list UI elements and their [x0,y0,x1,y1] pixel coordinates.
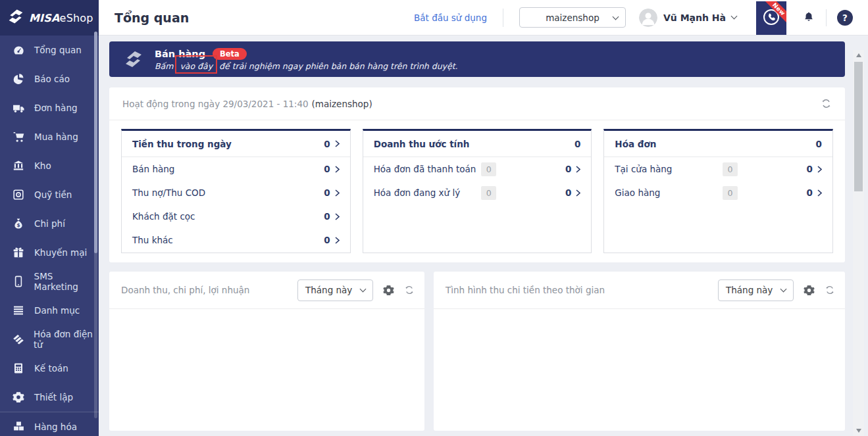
scroll-down-arrow[interactable] [853,425,864,436]
sidebar-item-thiet-lap[interactable]: Thiết lập [0,383,99,412]
topbar: Tổng quan Bắt đầu sử dụng maizenshop Vũ … [99,0,868,36]
date-range-select[interactable]: Tháng này [718,279,794,301]
misa-s-icon [7,8,24,28]
phone-icon [12,276,25,287]
content: Bán hàng Beta Bấm vào đây để trải nghiệm… [99,36,868,436]
app-logo-text: MISAeShop [29,12,93,24]
card-value: 0 [324,139,339,149]
vertical-scrollbar[interactable] [853,50,864,436]
count-badge: 0 [723,162,738,176]
sidebar-item-ke-toan[interactable]: Kế toán [0,354,99,383]
sidebar-item-khuyen-mai[interactable]: Khuyến mại [0,238,99,267]
sidebar-item-label: Khuyến mại [34,247,87,258]
sidebar-item-mua-hang[interactable]: Mua hàng [0,122,99,151]
date-range-select[interactable]: Tháng này [297,279,373,301]
sidebar-item-label: Báo cáo [34,74,70,84]
sidebar-item-kho[interactable]: Kho [0,151,99,180]
chevron-right-icon [335,166,340,173]
refresh-icon[interactable] [825,285,835,295]
list-icon [12,304,25,316]
card-hoa-don: Hóa đơn 0 Tại cửa hàng 0 0 Giao hàng 0 0 [603,129,833,253]
card-header[interactable]: Tiền thu trong ngày 0 [122,131,350,157]
scrollbar-thumb[interactable] [854,62,863,191]
row-value: 0 [807,187,822,198]
card-value: 0 [816,139,822,149]
sidebar-item-quy-tien[interactable]: Quỹ tiền [0,180,99,209]
revenue-cost-profit-panel: Doanh thu, chi phí, lợi nhuận Tháng này [109,272,424,431]
sidebar-item-danh-muc[interactable]: Danh mục [0,296,99,325]
user-name[interactable]: Vũ Mạnh Hà [663,12,726,23]
banner-message-suffix: để trải nghiệm ngay phiên bản bán hàng t… [217,61,458,71]
card-header: Hóa đơn 0 [604,131,832,157]
e-invoice-icon [12,333,24,346]
misa-s-icon [124,49,143,69]
sidebar-item-chi-phi[interactable]: $ Chi phí [0,209,99,238]
banner-click-here-link[interactable]: vào đây [175,55,217,74]
scroll-up-arrow[interactable] [853,50,864,61]
sidebar-item-hang-hoa[interactable]: Hàng hóa [0,412,99,436]
panel-controls: Tháng này [297,279,415,301]
sidebar-item-tong-quan[interactable]: Tổng quan [0,36,99,64]
chevron-right-icon [817,166,822,173]
avatar[interactable] [639,9,657,27]
dashboard-icon [12,44,25,57]
panel-header: Doanh thu, chi phí, lợi nhuận Tháng này [109,272,424,309]
chevron-down-icon[interactable] [731,13,738,20]
card-doanh-thu-uoc-tinh: Doanh thu ước tính 0 Hóa đơn đã thanh to… [363,129,592,253]
gear-icon[interactable] [804,285,815,296]
row-label: Thu nợ/Thu COD [132,187,324,198]
panel-header: Tình hình thu chi tiền theo thời gian Th… [434,272,845,309]
card-row[interactable]: Khách đặt cọc 0 [122,205,350,228]
sidebar-item-don-hang[interactable]: Đơn hàng [0,93,99,122]
activity-header: Hoạt động trong ngày 29/03/2021 - 11:40 … [109,87,845,120]
support-phone-button[interactable]: New [756,1,786,35]
svg-text:$: $ [16,222,20,228]
refresh-icon[interactable] [404,285,415,295]
shop-select[interactable]: maizenshop [519,7,626,28]
panel-controls: Tháng này [718,279,835,301]
main-area: Tổng quan Bắt đầu sử dụng maizenshop Vũ … [99,0,868,436]
notifications-bell-icon[interactable] [802,11,815,24]
sidebar-item-label: Chi phí [34,218,65,229]
activity-heading-shop: (maizenshop) [312,99,372,109]
sidebar-item-label: SMS Marketing [34,271,99,292]
shop-select-value: maizenshop [546,12,600,23]
sidebar-scrollbar-thumb[interactable] [94,32,97,253]
banner-text: Bán hàng Beta Bấm vào đây để trải nghiệm… [155,48,458,71]
card-row[interactable]: Hóa đơn đã thanh toán 0 0 [363,157,592,181]
date-range-value: Tháng này [305,285,352,295]
sidebar-item-bao-cao[interactable]: Báo cáo [0,64,99,93]
card-tien-thu-trong-ngay: Tiền thu trong ngày 0 Bán hàng 0 Thu nợ/… [121,129,351,253]
row-value: 0 [324,211,339,222]
chevron-right-icon [335,189,340,197]
sidebar-item-label: Danh mục [34,305,80,316]
card-row[interactable]: Bán hàng 0 [122,157,350,181]
chevron-right-icon [335,237,340,244]
card-row[interactable]: Tại cửa hàng 0 0 [604,157,832,181]
summary-cards: Tiền thu trong ngày 0 Bán hàng 0 Thu nợ/… [109,120,845,262]
sidebar-item-label: Hóa đơn điện tử [34,329,99,350]
row-label: Thu khác [132,235,324,245]
sidebar-item-label: Quỹ tiền [34,189,72,200]
sidebar: MISAeShop Tổng quan Báo cáo Đơn hàng Mua… [0,0,99,436]
count-badge: 0 [723,186,738,200]
card-row[interactable]: Thu nợ/Thu COD 0 [122,181,350,205]
help-button[interactable]: ? [837,10,853,26]
card-row[interactable]: Hóa đơn đang xử lý 0 0 [363,181,592,205]
card-row[interactable]: Thu khác 0 [122,228,350,252]
chevron-right-icon [817,189,822,197]
banner-message-prefix: Bấm [155,61,176,71]
chart-area [434,309,845,431]
refresh-icon[interactable] [821,98,832,109]
banner-message: Bấm vào đây để trải nghiệm ngay phiên bả… [155,61,458,71]
start-using-link[interactable]: Bắt đầu sử dụng [414,12,487,23]
gear-icon[interactable] [383,285,394,296]
chevron-down-icon [360,286,367,293]
app-logo: MISAeShop [0,0,99,36]
card-row[interactable]: Giao hàng 0 0 [604,181,832,205]
card-title: Tiền thu trong ngày [132,139,232,149]
row-label: Tại cửa hàng [615,164,723,174]
sidebar-item-sms-marketing[interactable]: SMS Marketing [0,267,99,296]
sidebar-item-hoa-don-dien-tu[interactable]: Hóa đơn điện tử [0,325,99,354]
sidebar-scrollbar[interactable] [94,32,97,418]
